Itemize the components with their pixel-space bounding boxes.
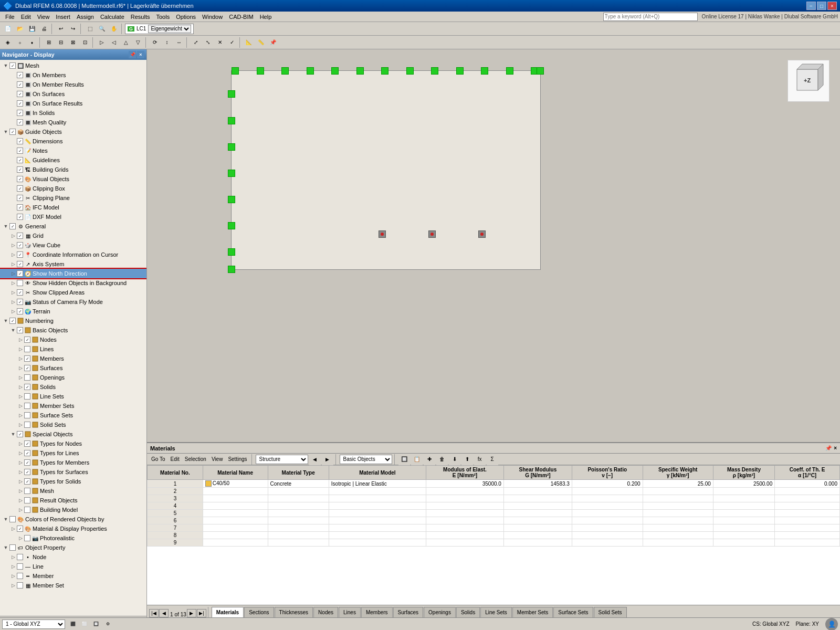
tree-checkbox-44[interactable] (24, 478, 30, 485)
mat-row-2[interactable]: 2 (148, 488, 840, 495)
expand-icon-21[interactable]: ▷ (9, 260, 17, 268)
tb2-btn20[interactable]: 📏 (255, 37, 267, 48)
tb2-btn1[interactable]: ◈ (2, 37, 14, 48)
tree-checkbox-33[interactable] (24, 374, 30, 381)
node-11[interactable] (506, 67, 513, 75)
tree-item-12[interactable]: 🎨Visual Objects (0, 174, 146, 184)
node-3[interactable] (307, 67, 314, 75)
menu-results[interactable]: Results (128, 13, 153, 21)
expand-icon-54[interactable]: ▷ (9, 572, 17, 580)
tree-item-13[interactable]: 📦Clipping Box (0, 184, 146, 193)
tb2-btn3[interactable]: ⬧ (26, 37, 38, 48)
tree-item-24[interactable]: ▷✂Show Clipped Areas (0, 288, 146, 297)
menu-calculate[interactable]: Calculate (97, 13, 128, 21)
tree-item-42[interactable]: ▷Types for Members (0, 458, 146, 467)
tree-item-0[interactable]: ▼🔲Mesh (0, 61, 146, 70)
expand-icon-9[interactable] (9, 147, 17, 154)
menu-options[interactable]: Options (173, 13, 199, 21)
tree-item-30[interactable]: ▷Lines (0, 344, 146, 354)
tree-checkbox-2[interactable] (17, 81, 23, 88)
page-first[interactable]: |◀ (149, 609, 159, 617)
tab-members[interactable]: Members (361, 607, 393, 617)
expand-icon-6[interactable] (9, 119, 17, 126)
tree-checkbox-26[interactable] (17, 308, 23, 314)
print-btn[interactable]: 🖨 (38, 23, 50, 35)
mat-tb7[interactable]: fx (474, 454, 486, 465)
nav-pin-btn[interactable]: 📌 (129, 51, 136, 58)
node-8[interactable] (431, 67, 438, 75)
tb2-btn12[interactable]: ⟳ (149, 37, 161, 48)
tree-checkbox-27[interactable] (9, 318, 16, 324)
tree-checkbox-34[interactable] (24, 384, 30, 390)
menu-cadbim[interactable]: CAD-BIM (226, 13, 256, 21)
support-1[interactable] (379, 230, 386, 238)
tree-item-36[interactable]: ▷Member Sets (0, 401, 146, 411)
mat-nav-next[interactable]: ▶ (322, 454, 333, 465)
tree-checkbox-48[interactable] (9, 516, 16, 522)
expand-icon-2[interactable] (9, 81, 17, 88)
tree-item-38[interactable]: ▷Solid Sets (0, 420, 146, 429)
tree-item-49[interactable]: ▷🎨Material & Display Properties (0, 524, 146, 533)
tb2-btn14[interactable]: ↔ (173, 37, 185, 48)
tab-thicknesses[interactable]: Thicknesses (275, 607, 313, 617)
node-l7[interactable] (228, 248, 235, 256)
tree-checkbox-42[interactable] (24, 459, 30, 466)
tree-checkbox-46[interactable] (24, 497, 30, 503)
mat-nav-prev[interactable]: ◀ (309, 454, 321, 465)
node-l3[interactable] (228, 143, 235, 151)
expand-icon-32[interactable]: ▷ (17, 364, 24, 372)
tree-checkbox-18[interactable] (17, 233, 23, 239)
tb2-btn11[interactable]: ▽ (132, 37, 144, 48)
expand-icon-40[interactable]: ▷ (17, 440, 24, 447)
tree-checkbox-52[interactable] (17, 554, 23, 560)
redo-btn[interactable]: ↪ (67, 23, 79, 35)
tree-checkbox-9[interactable] (17, 148, 23, 154)
tree-checkbox-35[interactable] (24, 393, 30, 400)
mat-row-6[interactable]: 6 (148, 517, 840, 524)
expand-icon-11[interactable] (9, 166, 17, 173)
tree-item-31[interactable]: ▷Members (0, 354, 146, 363)
tree-checkbox-41[interactable] (24, 450, 30, 456)
tree-item-15[interactable]: 🏠IFC Model (0, 203, 146, 212)
mat-tb1[interactable]: 🔲 (398, 454, 410, 465)
mat-row-7[interactable]: 7 (148, 524, 840, 532)
node-0[interactable] (232, 67, 239, 75)
tree-item-4[interactable]: 🔳On Surface Results (0, 99, 146, 108)
tree-item-27[interactable]: ▼Numbering (0, 316, 146, 326)
tree-item-22[interactable]: ▷🧭Show North Direction (0, 269, 146, 278)
tb2-btn15[interactable]: ⤢ (190, 37, 202, 48)
tab-nodes[interactable]: Nodes (313, 607, 338, 617)
node-l1[interactable] (228, 90, 235, 98)
menu-help[interactable]: Help (257, 13, 275, 21)
mat-tb2[interactable]: 📋 (411, 454, 423, 465)
tree-checkbox-32[interactable] (24, 365, 30, 371)
expand-icon-5[interactable] (9, 109, 17, 117)
tb2-btn7[interactable]: ⊡ (79, 37, 91, 48)
tb2-btn8[interactable]: ▷ (96, 37, 108, 48)
expand-icon-53[interactable]: ▷ (9, 563, 17, 570)
tree-checkbox-30[interactable] (24, 346, 30, 352)
node-l4[interactable] (228, 170, 235, 177)
tree-item-3[interactable]: 🔳On Surfaces (0, 89, 146, 99)
tree-checkbox-40[interactable] (24, 440, 30, 447)
tree-checkbox-36[interactable] (24, 403, 30, 409)
tree-item-29[interactable]: ▷Nodes (0, 335, 146, 344)
tree-item-16[interactable]: 📄DXF Model (0, 212, 146, 222)
tree-checkbox-14[interactable] (17, 195, 23, 201)
expand-icon-38[interactable]: ▷ (17, 421, 24, 428)
mat-goto[interactable]: Go To (149, 456, 167, 463)
node-l5[interactable] (228, 196, 235, 203)
tree-checkbox-28[interactable] (17, 327, 23, 333)
new-btn[interactable]: 📄 (2, 23, 14, 35)
expand-icon-46[interactable]: ▷ (17, 497, 24, 504)
tree-item-51[interactable]: ▼🏷Object Property (0, 543, 146, 552)
tree-checkbox-31[interactable] (24, 355, 30, 362)
tab-sections[interactable]: Sections (244, 607, 274, 617)
expand-icon-25[interactable]: ▷ (9, 298, 17, 306)
tree-item-52[interactable]: ▷•Node (0, 552, 146, 562)
expand-icon-43[interactable]: ▷ (17, 468, 24, 476)
mat-row-1[interactable]: 1C40/50ConcreteIsotropic | Linear Elasti… (148, 480, 840, 488)
tree-checkbox-17[interactable] (9, 223, 16, 229)
node-l2[interactable] (228, 117, 235, 124)
node-10[interactable] (481, 67, 488, 75)
